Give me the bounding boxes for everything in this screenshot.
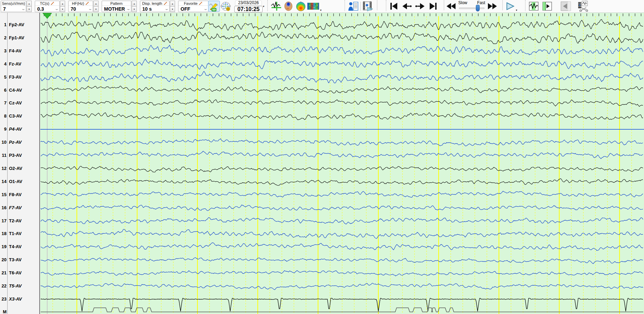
- sens-spin-up[interactable]: ▲: [27, 1, 32, 7]
- channel-row-F8-AV[interactable]: 15F8-AV: [0, 192, 39, 198]
- label-column-divider: [7, 13, 8, 314]
- channel-row-F4-AV[interactable]: 3F4-AV: [0, 48, 39, 54]
- channel-row-Fp2-AV[interactable]: 1Fp2-AV: [0, 22, 39, 28]
- channel-row-T5-AV[interactable]: 22T5-AV: [0, 283, 39, 289]
- channel-row-Pz-AV[interactable]: 10Pz-AV: [0, 139, 39, 145]
- toolbar-group-pattern: PatternMOTHER⌄: [102, 1, 131, 12]
- channel-row-C3-AV[interactable]: 8C3-AV: [0, 113, 39, 119]
- ac-filter-50hz-button[interactable]: 50: [208, 1, 220, 12]
- group-label-favorite: Favorite: [184, 1, 198, 6]
- go-to-start-button[interactable]: [389, 1, 399, 11]
- dsa-spectrogram-button[interactable]: [307, 1, 319, 12]
- hf-spin-up[interactable]: ▲: [93, 1, 99, 7]
- fast-forward-icon: [488, 2, 497, 10]
- channel-row-T6-AV[interactable]: 21T6-AV: [0, 270, 39, 276]
- head-topography-3d-button[interactable]: [283, 1, 294, 12]
- edit-pencil-icon[interactable]: [50, 1, 54, 6]
- tc-spinner: ▲▼: [60, 1, 65, 12]
- pattern-spinner: ▲▼: [132, 1, 137, 12]
- previous-event-button[interactable]: [402, 1, 412, 11]
- pattern-select[interactable]: MOTHER⌄: [102, 6, 131, 12]
- edit-pencil-icon[interactable]: [198, 1, 203, 6]
- play-button[interactable]: [505, 1, 515, 11]
- hf-select[interactable]: 70⌄: [69, 6, 93, 12]
- sens-select[interactable]: 7⌄: [1, 6, 26, 12]
- channel-number: 9: [0, 126, 7, 132]
- channel-row-Fp1-AV[interactable]: 2Fp1-AV: [0, 35, 39, 41]
- play-dropdown-arrow[interactable]: ▾: [516, 9, 517, 12]
- channel-number: 11: [0, 152, 7, 159]
- dsa-dropdown-arrow[interactable]: ▾: [320, 9, 321, 12]
- channel-number: 4: [0, 61, 7, 67]
- datetime-dropdown-arrow[interactable]: ▾: [263, 0, 264, 12]
- channel-row-M[interactable]: M: [0, 309, 39, 314]
- channel-label: Pz-AV: [9, 139, 22, 145]
- disp-length-spin-down[interactable]: ▼: [170, 7, 175, 12]
- channel-row-O1-AV[interactable]: 14O1-AV: [0, 179, 39, 185]
- fast-forward-button[interactable]: [487, 1, 498, 11]
- channel-label: X3-AV: [9, 296, 22, 302]
- video-clip-cut-button[interactable]: [577, 1, 589, 12]
- channel-row-X3-AV[interactable]: 23X3-AV: [0, 296, 39, 302]
- group-label-pattern: Pattern: [110, 1, 122, 6]
- toolbar-group-favorite: FavoriteOFF⌄: [178, 1, 208, 12]
- slider-slow-label: Slow: [458, 0, 467, 5]
- step-back-disabled-icon: [561, 1, 571, 11]
- electrode-map-settings-button[interactable]: [220, 1, 232, 12]
- channel-label: T6-AV: [9, 270, 22, 276]
- video-playback-button[interactable]: [362, 1, 374, 12]
- channel-row-Cz-AV[interactable]: 7Cz-AV: [0, 100, 39, 106]
- channel-number: 15: [0, 192, 7, 198]
- tc-select[interactable]: 0.3⌄: [35, 6, 59, 12]
- edit-pencil-icon[interactable]: [163, 1, 167, 6]
- channel-row-T4-AV[interactable]: 19T4-AV: [0, 244, 39, 250]
- channel-row-P3-AV[interactable]: 11P3-AV: [0, 152, 39, 159]
- channel-row-Fz-AV[interactable]: 4Fz-AV: [0, 61, 39, 67]
- tc-spin-up[interactable]: ▲: [60, 1, 65, 7]
- channel-number: 23: [0, 296, 7, 302]
- patient-info-icon: [348, 1, 358, 11]
- event-marker-wave-button[interactable]: [270, 1, 282, 12]
- channel-number: M: [0, 309, 7, 314]
- favorite-select[interactable]: OFF⌄: [178, 6, 208, 12]
- sens-spin-down[interactable]: ▼: [27, 7, 32, 12]
- disp-length-spin-up[interactable]: ▲: [170, 1, 175, 7]
- channel-row-T3-AV[interactable]: 20T3-AV: [0, 257, 39, 263]
- sens-value: 7: [3, 6, 6, 12]
- hf-spin-down[interactable]: ▼: [93, 7, 99, 12]
- channel-row-C4-AV[interactable]: 6C4-AV: [0, 87, 39, 93]
- channel-label: C4-AV: [9, 87, 22, 93]
- pattern-value: MOTHER: [104, 6, 125, 12]
- review-waveform-button[interactable]: [528, 1, 540, 12]
- datetime-display: 23/03/2026 07:10:25: [234, 0, 263, 12]
- channel-row-T2-AV[interactable]: 17T2-AV: [0, 218, 39, 224]
- pattern-spin-down[interactable]: ▼: [132, 7, 137, 12]
- channel-row-T1-AV[interactable]: 18T1-AV: [0, 231, 39, 237]
- eeg-review-window: Sens(uV/mm)7⌄▲▼TC(s)0.3⌄▲▼HF(Hz)70⌄▲▼Pat…: [0, 0, 644, 314]
- tc-spin-down[interactable]: ▼: [60, 7, 65, 12]
- slider-track[interactable]: [459, 8, 484, 9]
- edit-pencil-icon[interactable]: [85, 1, 89, 6]
- rewind-button[interactable]: [446, 1, 456, 11]
- channel-row-F7-AV[interactable]: 16F7-AV: [0, 205, 39, 211]
- channel-label: P4-AV: [9, 126, 22, 132]
- go-to-end-icon: [429, 2, 437, 10]
- go-to-end-button[interactable]: [428, 1, 438, 11]
- channel-row-O2-AV[interactable]: 12O2-AV: [0, 165, 39, 172]
- speed-slider[interactable]: Slow Fast: [458, 0, 485, 12]
- pattern-spin-up[interactable]: ▲: [132, 1, 137, 7]
- head-topography-map-button[interactable]: [295, 1, 307, 12]
- channel-label: Cz-AV: [9, 100, 22, 106]
- next-event-button[interactable]: [415, 1, 425, 11]
- review-play-button[interactable]: [541, 1, 553, 12]
- sens-spinner: ▲▼: [27, 1, 32, 12]
- channel-number: 12: [0, 165, 7, 172]
- chevron-down-icon: ⌄: [21, 7, 25, 11]
- slider-thumb[interactable]: [476, 5, 480, 11]
- channel-row-P4-AV[interactable]: 9P4-AV: [0, 126, 39, 132]
- eeg-trace-area[interactable]: [40, 13, 644, 314]
- disp-length-select[interactable]: 10 s⌄: [140, 6, 169, 12]
- eeg-content: 1Fp2-AV2Fp1-AV3F4-AV4Fz-AV5F3-AV6C4-AV7C…: [0, 13, 644, 314]
- patient-info-button[interactable]: [347, 1, 359, 12]
- channel-row-F3-AV[interactable]: 5F3-AV: [0, 74, 39, 80]
